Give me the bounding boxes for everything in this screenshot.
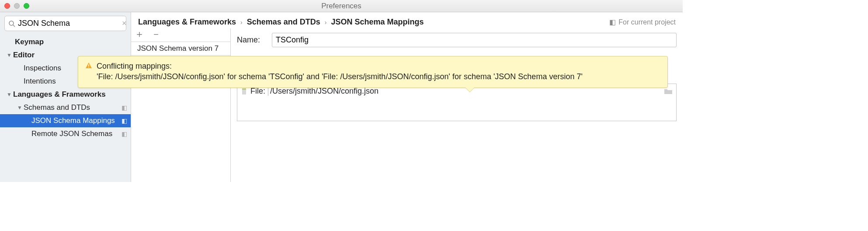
breadcrumb-item: Languages & Frameworks xyxy=(138,18,236,27)
settings-tree: Keymap ▼Editor Inspections◧ Intentions ▼… xyxy=(0,35,131,140)
svg-point-0 xyxy=(9,21,14,25)
breadcrumb: Languages & Frameworks › Schemas and DTD… xyxy=(131,12,683,28)
svg-rect-7 xyxy=(88,67,89,68)
search-icon xyxy=(8,20,15,27)
tooltip-title: Conflicting mappings: xyxy=(97,61,660,71)
chevron-down-icon: ▼ xyxy=(5,91,13,98)
mappings-list[interactable]: File: /Users/jsmith/JSON/config.json xyxy=(237,84,677,121)
breadcrumb-item: JSON Schema Mappings xyxy=(331,18,424,27)
sidebar: × Keymap ▼Editor Inspections◧ Intentions… xyxy=(0,12,131,182)
name-input[interactable] xyxy=(272,33,677,47)
file-path-text: /Users/jsmith/JSON/config.json xyxy=(268,87,661,96)
svg-rect-5 xyxy=(242,88,246,90)
file-icon xyxy=(241,88,248,95)
browse-folder-icon[interactable] xyxy=(664,88,673,95)
window-controls xyxy=(4,3,29,9)
chevron-down-icon: ▼ xyxy=(16,105,24,111)
tooltip-balloon: Conflicting mappings: 'File: /Users/jsmi… xyxy=(78,56,668,88)
breadcrumb-item: Schemas and DTDs xyxy=(247,18,320,27)
close-window-button[interactable] xyxy=(4,3,10,9)
list-item[interactable]: JSON Schema version 7 xyxy=(131,42,230,56)
chevron-right-icon: › xyxy=(325,19,327,26)
chevron-right-icon: › xyxy=(240,19,243,26)
scope-icon: ◧ xyxy=(122,117,127,124)
sidebar-item-remote-json-schemas[interactable]: Remote JSON Schemas◧ xyxy=(0,127,131,140)
search-field[interactable]: × xyxy=(4,16,126,31)
file-prefix-label: File: xyxy=(250,87,265,96)
scope-label: ◧ For current project xyxy=(609,18,676,26)
sidebar-item-schemas-dtds[interactable]: ▼Schemas and DTDs◧ xyxy=(0,101,131,114)
tooltip-body: 'File: /Users/jsmith/JSON/config.json' f… xyxy=(97,71,660,82)
add-button[interactable]: ＋ xyxy=(135,29,144,39)
window-title: Preferences xyxy=(0,2,683,10)
clear-search-icon[interactable]: × xyxy=(122,19,127,28)
minimize-window-button[interactable] xyxy=(14,3,20,9)
remove-button[interactable]: － xyxy=(151,29,161,39)
titlebar: Preferences xyxy=(0,0,683,12)
name-label: Name: xyxy=(237,35,272,45)
zoom-window-button[interactable] xyxy=(24,3,29,9)
svg-line-1 xyxy=(13,25,15,27)
tooltip-pointer xyxy=(465,88,474,92)
schema-list-panel: ＋ － JSON Schema version 7 TSConfig xyxy=(131,28,231,182)
scope-icon: ◧ xyxy=(122,130,127,137)
sidebar-item-keymap[interactable]: Keymap xyxy=(0,35,131,49)
sidebar-item-languages-frameworks[interactable]: ▼Languages & Frameworks xyxy=(0,88,131,101)
search-input[interactable] xyxy=(15,18,122,29)
warning-icon xyxy=(85,62,92,69)
scope-icon: ◧ xyxy=(122,104,127,111)
list-toolbar: ＋ － xyxy=(131,28,230,42)
chevron-down-icon: ▼ xyxy=(5,52,13,58)
details-panel: Name: Warning: conflicting mappings. Sho… xyxy=(231,28,683,182)
sidebar-item-json-schema-mappings[interactable]: JSON Schema Mappings◧ xyxy=(0,114,131,127)
svg-rect-6 xyxy=(88,64,89,66)
scope-icon: ◧ xyxy=(609,18,616,26)
